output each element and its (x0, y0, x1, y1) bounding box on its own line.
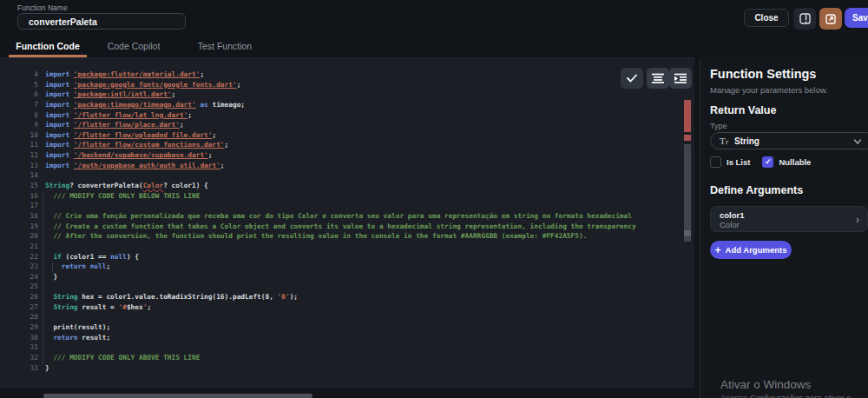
return-type-value: String (734, 136, 760, 146)
is-list-label: Is List (727, 157, 750, 167)
vertical-scrollbar[interactable] (684, 144, 691, 242)
return-value-heading: Return Value (710, 104, 776, 116)
code-line: 21 (0, 242, 682, 252)
code-line: 6import 'package:intl/intl.dart'; (0, 90, 682, 100)
code-line: 27 String result = '#$hex'; (0, 302, 682, 313)
argument-item-color1[interactable]: color1 Color › (710, 206, 868, 232)
close-button[interactable]: Close (744, 9, 789, 27)
add-arguments-button[interactable]: + Add Arguments (710, 241, 792, 259)
code-line: 20 // After the conversion, the function… (0, 231, 682, 242)
define-arguments-heading: Define Arguments (710, 184, 803, 196)
code-line: 9import '/flutter_flow/place.dart'; (0, 120, 682, 130)
panel-toggle-icon (799, 13, 811, 24)
plus-icon: + (715, 245, 721, 255)
nullable-label: Nullable (779, 157, 811, 167)
code-line: 24 } (0, 272, 682, 282)
code-line: 18 // Crie uma função personalizada que … (0, 211, 682, 222)
function-name-label: Function Name (17, 3, 68, 12)
code-line: 7import 'package:timeago/timeago.dart' a… (0, 100, 682, 110)
code-lines: 4import 'package:flutter/material.dart';… (0, 70, 682, 373)
format-code-button[interactable] (647, 68, 669, 89)
code-line: 14 (0, 170, 682, 181)
check-code-button[interactable] (621, 68, 643, 89)
tab-code-copilot[interactable]: Code Copilot (102, 39, 165, 57)
code-line: 16 /// MODIFY CODE ONLY BELOW THIS LINE (0, 191, 682, 202)
code-line: 28 (0, 312, 682, 322)
code-line: 29 print(result); (0, 322, 682, 333)
code-line: 22 if (color1 == null) { (0, 252, 682, 262)
code-line: 26 String hex = color1.value.toRadixStri… (0, 292, 682, 302)
tab-bar: Function Code Code Copilot Test Function (0, 39, 694, 58)
code-line: 4import 'package:flutter/material.dart'; (0, 70, 682, 80)
add-arguments-label: Add Arguments (726, 245, 787, 255)
indent-guide (43, 192, 43, 364)
code-line: 12import '/backend/supabase/supabase.dar… (0, 150, 682, 161)
code-line: 11import '/flutter_flow/custom_functions… (0, 140, 682, 150)
chevron-down-icon (853, 137, 862, 146)
argument-type: Color (720, 220, 858, 229)
code-line: 13import '/auth/supabase_auth/auth_util.… (0, 161, 682, 171)
function-settings-panel: Function Settings Manage your parameters… (700, 58, 868, 398)
scrollbar-viewport-band (684, 230, 691, 236)
return-type-select[interactable]: Tr String (710, 132, 868, 149)
panel-subtitle: Manage your parameters below. (710, 85, 828, 95)
code-line: 30 return result; (0, 333, 682, 343)
code-line: 23 return null; (0, 262, 682, 272)
function-editor-screen: { "header": { "field_label": "Function N… (0, 0, 868, 398)
argument-name: color1 (720, 210, 858, 220)
windows-activation-watermark: Ativar o Windows (720, 378, 811, 391)
open-external-button[interactable] (819, 8, 842, 30)
format-code-icon (652, 73, 664, 83)
code-line: 33} (0, 363, 682, 374)
code-line: 31 (0, 342, 682, 353)
panel-toggle-button[interactable] (793, 8, 816, 30)
horizontal-scrollbar[interactable] (43, 394, 312, 398)
text-type-icon: Tr (720, 136, 728, 146)
chevron-right-icon: › (856, 214, 859, 226)
code-line: 32 /// MODIFY CODE ONLY ABOVE THIS LINE (0, 353, 682, 363)
indent-code-icon (674, 73, 687, 83)
nullable-checkbox[interactable]: ✓ (762, 156, 773, 168)
panel-title: Function Settings (710, 67, 816, 81)
tab-function-code[interactable]: Function Code (9, 39, 87, 57)
code-line: 17 (0, 201, 682, 211)
code-editor[interactable]: 4import 'package:flutter/material.dart';… (0, 58, 694, 388)
code-line: 25 (0, 282, 682, 292)
is-list-checkbox[interactable] (710, 156, 721, 168)
code-line: 15String? converterPaleta(Color? color1)… (0, 181, 682, 191)
check-icon (627, 74, 637, 83)
windows-activation-watermark-sub: Acesse Configurações para ativar o Windo… (720, 393, 868, 398)
scrollbar-error-marker (684, 100, 691, 132)
open-external-icon (825, 14, 836, 24)
save-button[interactable]: Save (845, 8, 868, 28)
scrollbar-error-marker (684, 135, 691, 141)
indent-code-button[interactable] (669, 68, 692, 89)
indent-guide (52, 262, 53, 273)
code-line: 19 // Create a custom function that take… (0, 222, 682, 232)
code-line: 5import 'package:google_fonts/google_fon… (0, 80, 682, 90)
function-name-input[interactable] (17, 13, 186, 30)
tab-test-function[interactable]: Test Function (193, 39, 257, 57)
type-label: Type (710, 122, 727, 130)
code-line: 10import '/flutter_flow/uploaded_file.da… (0, 130, 682, 141)
code-line: 8import '/flutter_flow/lat_lng.dart'; (0, 110, 682, 121)
return-value-options: Is List ✓ Nullable (710, 156, 823, 168)
